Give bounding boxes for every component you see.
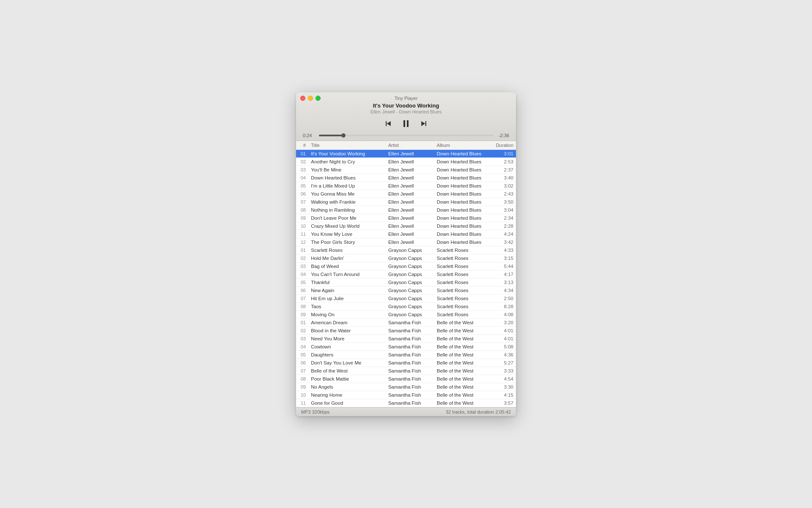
table-row[interactable]: 09No AngelsSamantha FishBelle of the Wes… xyxy=(296,383,516,391)
cell-artist: Grayson Capps xyxy=(386,262,434,270)
table-row[interactable]: 07Belle of the WestSamantha FishBelle of… xyxy=(296,367,516,375)
maximize-button[interactable] xyxy=(315,96,321,101)
cell-album: Scarlett Roses xyxy=(434,302,492,310)
playback-controls xyxy=(383,118,429,130)
cell-title: Down Hearted Blues xyxy=(308,174,386,182)
cell-album: Scarlett Roses xyxy=(434,270,492,278)
cell-artist: Samantha Fish xyxy=(386,383,434,391)
track-list[interactable]: # Title Artist Album Duration 01It's You… xyxy=(296,141,516,407)
cell-duration: 3:01 xyxy=(492,149,516,157)
table-row[interactable]: 01It's Your Voodoo WorkingEllen JewellDo… xyxy=(296,149,516,157)
table-row[interactable]: 07Hit Em up JulieGrayson CappsScarlett R… xyxy=(296,294,516,302)
table-header-row: # Title Artist Album Duration xyxy=(296,141,516,150)
close-button[interactable] xyxy=(300,96,305,101)
table-row[interactable]: 03You'll Be MineEllen JewellDown Hearted… xyxy=(296,166,516,174)
skip-back-icon xyxy=(384,119,392,128)
cell-duration: 3:33 xyxy=(492,367,516,375)
tracks-body: 01It's Your Voodoo WorkingEllen JewellDo… xyxy=(296,149,516,407)
table-row[interactable]: 03Bag of WeedGrayson CappsScarlett Roses… xyxy=(296,262,516,270)
track-subtitle: Ellen Jewell - Down Hearted Blues xyxy=(370,109,442,114)
minimize-button[interactable] xyxy=(308,96,313,101)
pause-icon xyxy=(401,119,411,129)
cell-num: 08 xyxy=(296,375,308,383)
cell-artist: Samantha Fish xyxy=(386,399,434,407)
cell-num: 04 xyxy=(296,342,308,351)
cell-artist: Ellen Jewell xyxy=(386,157,434,166)
cell-duration: 3:50 xyxy=(492,198,516,206)
table-row[interactable]: 02Another Night to CryEllen JewellDown H… xyxy=(296,157,516,166)
pause-button[interactable] xyxy=(400,118,412,130)
cell-artist: Grayson Capps xyxy=(386,246,434,254)
cell-artist: Grayson Capps xyxy=(386,286,434,294)
cell-num: 08 xyxy=(296,206,308,214)
cell-artist: Ellen Jewell xyxy=(386,166,434,174)
table-row[interactable]: 10Nearing HomeSamantha FishBelle of the … xyxy=(296,391,516,399)
progress-bar[interactable] xyxy=(319,135,493,136)
table-row[interactable]: 01Scarlett RosesGrayson CappsScarlett Ro… xyxy=(296,246,516,254)
table-row[interactable]: 02Blood in the WaterSamantha FishBelle o… xyxy=(296,326,516,334)
table-row[interactable]: 05ThankfulGrayson CappsScarlett Roses3:1… xyxy=(296,278,516,286)
cell-album: Down Hearted Blues xyxy=(434,174,492,182)
track-title: It's Your Voodoo Working xyxy=(373,102,439,109)
table-row[interactable]: 06Don't Say You Love MeSamantha FishBell… xyxy=(296,359,516,367)
table-row[interactable]: 07Walking with FrankieEllen JewellDown H… xyxy=(296,198,516,206)
progress-row: 0:24 -2:36 xyxy=(301,133,511,138)
table-row[interactable]: 04Down Hearted BluesEllen JewellDown Hea… xyxy=(296,174,516,182)
table-row[interactable]: 11You Know My LoveEllen JewellDown Heart… xyxy=(296,230,516,238)
table-row[interactable]: 02Hold Me Darlin'Grayson CappsScarlett R… xyxy=(296,254,516,262)
cell-num: 01 xyxy=(296,246,308,254)
cell-artist: Samantha Fish xyxy=(386,326,434,334)
svg-rect-3 xyxy=(407,120,409,127)
cell-num: 04 xyxy=(296,174,308,182)
cell-duration: 4:01 xyxy=(492,326,516,334)
table-row[interactable]: 08Nothing in RamblingEllen JewellDown He… xyxy=(296,206,516,214)
cell-num: 09 xyxy=(296,214,308,222)
cell-num: 07 xyxy=(296,198,308,206)
cell-num: 02 xyxy=(296,326,308,334)
table-row[interactable]: 09Don't Leave Poor MeEllen JewellDown He… xyxy=(296,214,516,222)
cell-duration: 3:15 xyxy=(492,254,516,262)
cell-album: Scarlett Roses xyxy=(434,286,492,294)
cell-title: Nearing Home xyxy=(308,391,386,399)
table-row[interactable]: 05I'm a Little Mixed UpEllen JewellDown … xyxy=(296,182,516,190)
cell-duration: 4:24 xyxy=(492,230,516,238)
cell-album: Down Hearted Blues xyxy=(434,182,492,190)
cell-album: Down Hearted Blues xyxy=(434,222,492,230)
next-button[interactable] xyxy=(419,119,429,129)
status-info: 32 tracks, total duration 2:05:42 xyxy=(446,409,511,414)
cell-num: 09 xyxy=(296,310,308,318)
table-row[interactable]: 09Moving OnGrayson CappsScarlett Roses4:… xyxy=(296,310,516,318)
table-row[interactable]: 06You Gonna Miss MeEllen JewellDown Hear… xyxy=(296,190,516,198)
cell-title: Don't Leave Poor Me xyxy=(308,214,386,222)
table-row[interactable]: 10Crazy Mixed Up WorldEllen JewellDown H… xyxy=(296,222,516,230)
cell-album: Belle of the West xyxy=(434,326,492,334)
prev-button[interactable] xyxy=(383,119,393,129)
cell-album: Scarlett Roses xyxy=(434,278,492,286)
cell-album: Down Hearted Blues xyxy=(434,238,492,246)
cell-artist: Ellen Jewell xyxy=(386,198,434,206)
cell-album: Belle of the West xyxy=(434,359,492,367)
table-row[interactable]: 01American DreamSamantha FishBelle of th… xyxy=(296,318,516,326)
table-row[interactable]: 06New AgainGrayson CappsScarlett Roses4:… xyxy=(296,286,516,294)
cell-artist: Samantha Fish xyxy=(386,367,434,375)
table-row[interactable]: 08TaosGrayson CappsScarlett Roses8:28 xyxy=(296,302,516,310)
traffic-lights xyxy=(300,96,321,101)
table-row[interactable]: 11Gone for GoodSamantha FishBelle of the… xyxy=(296,399,516,407)
window-title: Tiny Player xyxy=(395,96,418,101)
cell-album: Belle of the West xyxy=(434,334,492,342)
cell-num: 10 xyxy=(296,222,308,230)
table-row[interactable]: 04CowtownSamantha FishBelle of the West5… xyxy=(296,342,516,351)
cell-title: Daughters xyxy=(308,351,386,359)
tracks-table: # Title Artist Album Duration 01It's You… xyxy=(296,141,516,407)
svg-rect-0 xyxy=(386,121,387,126)
cell-artist: Grayson Capps xyxy=(386,254,434,262)
table-row[interactable]: 05DaughtersSamantha FishBelle of the Wes… xyxy=(296,351,516,359)
table-row[interactable]: 12The Poor Girls StoryEllen JewellDown H… xyxy=(296,238,516,246)
cell-num: 03 xyxy=(296,334,308,342)
cell-duration: 2:50 xyxy=(492,294,516,302)
table-row[interactable]: 03Need You MoreSamantha FishBelle of the… xyxy=(296,334,516,342)
cell-num: 05 xyxy=(296,278,308,286)
table-row[interactable]: 08Poor Black MattieSamantha FishBelle of… xyxy=(296,375,516,383)
table-row[interactable]: 04You Can't Turn AroundGrayson CappsScar… xyxy=(296,270,516,278)
cell-artist: Grayson Capps xyxy=(386,278,434,286)
